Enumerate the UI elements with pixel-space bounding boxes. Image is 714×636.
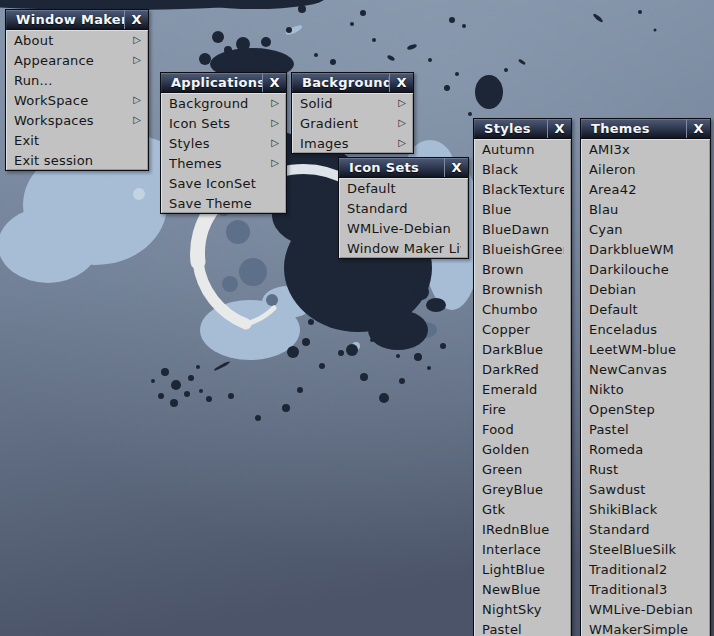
menu-item[interactable]: Themes▷ <box>161 153 286 173</box>
menu-item[interactable]: Background▷ <box>161 93 286 113</box>
menu-item[interactable]: Default <box>339 178 468 198</box>
menu-item[interactable]: BlackTexture <box>474 179 571 199</box>
menu-item[interactable]: About▷ <box>6 30 148 50</box>
menu-item[interactable]: WMakerSimple <box>581 619 710 636</box>
menu-item[interactable]: Chumbo <box>474 299 571 319</box>
menu-item[interactable]: Window Maker Live <box>339 238 468 258</box>
menu-item[interactable]: Autumn <box>474 139 571 159</box>
menu-item[interactable]: Styles▷ <box>161 133 286 153</box>
close-button[interactable]: X <box>124 10 148 29</box>
menu-item[interactable]: Workspaces▷ <box>6 110 148 130</box>
menu-item[interactable]: Pastel <box>474 619 571 636</box>
menu-item[interactable]: Gradient▷ <box>292 113 413 133</box>
menu-item[interactable]: DarkblueWM <box>581 239 710 259</box>
menu-item-label: Interlace <box>482 542 564 557</box>
menu-item-label: Solid <box>300 96 394 111</box>
submenu-arrow-icon: ▷ <box>133 95 141 105</box>
menu-item[interactable]: Debian <box>581 279 710 299</box>
menu-item[interactable]: BlueishGreen <box>474 239 571 259</box>
close-button[interactable]: X <box>262 73 286 92</box>
menu-item[interactable]: Exit <box>6 130 148 150</box>
menu-item[interactable]: Copper <box>474 319 571 339</box>
menu-item[interactable]: LightBlue <box>474 559 571 579</box>
titlebar-styles[interactable]: Styles X <box>473 118 572 139</box>
menu-item[interactable]: Standard <box>339 198 468 218</box>
menu-item[interactable]: Images▷ <box>292 133 413 153</box>
close-button[interactable]: X <box>444 158 468 177</box>
menu-item[interactable]: BlueDawn <box>474 219 571 239</box>
menu-item[interactable]: WMLive-Debian <box>339 218 468 238</box>
menu-item[interactable]: AMI3x <box>581 139 710 159</box>
menu-item[interactable]: Nikto <box>581 379 710 399</box>
menu-item[interactable]: NightSky <box>474 599 571 619</box>
menu-title: Applications <box>161 73 262 92</box>
close-button[interactable]: X <box>686 119 710 138</box>
menu-item[interactable]: Icon Sets▷ <box>161 113 286 133</box>
titlebar-applications[interactable]: Applications X <box>160 72 287 93</box>
submenu-arrow-icon: ▷ <box>271 138 279 148</box>
menu-item[interactable]: Run... <box>6 70 148 90</box>
submenu-arrow-icon: ▷ <box>271 98 279 108</box>
titlebar-icon-sets[interactable]: Icon Sets X <box>338 157 469 178</box>
menu-item[interactable]: DarkRed <box>474 359 571 379</box>
menu-item[interactable]: Rust <box>581 459 710 479</box>
menu-item[interactable]: GreyBlue <box>474 479 571 499</box>
menu-item[interactable]: Brownish <box>474 279 571 299</box>
menu-item[interactable]: Standard <box>581 519 710 539</box>
menu-item[interactable]: Aileron <box>581 159 710 179</box>
menu-item[interactable]: Appearance▷ <box>6 50 148 70</box>
menu-item-label: Brownish <box>482 282 564 297</box>
menu-item[interactable]: IRednBlue <box>474 519 571 539</box>
titlebar-background[interactable]: Background X <box>291 72 414 93</box>
menu-item[interactable]: DarkBlue <box>474 339 571 359</box>
menu-item-label: Pastel <box>589 422 703 437</box>
menu-item[interactable]: Pastel <box>581 419 710 439</box>
menu-item[interactable]: Black <box>474 159 571 179</box>
menu-item[interactable]: SteelBlueSilk <box>581 539 710 559</box>
menu-item[interactable]: Save IconSet <box>161 173 286 193</box>
close-button[interactable]: X <box>547 119 571 138</box>
menu-item[interactable]: Traditional3 <box>581 579 710 599</box>
menu-background: Background X Solid▷Gradient▷Images▷ <box>291 72 414 154</box>
menu-item[interactable]: Gtk <box>474 499 571 519</box>
menu-item[interactable]: Fire <box>474 399 571 419</box>
menu-item-label: Themes <box>169 156 267 171</box>
menu-item[interactable]: Save Theme <box>161 193 286 213</box>
menu-item[interactable]: Green <box>474 459 571 479</box>
menu-item[interactable]: Default <box>581 299 710 319</box>
menu-item[interactable]: Area42 <box>581 179 710 199</box>
menu-item-label: Cyan <box>589 222 703 237</box>
titlebar-window-maker[interactable]: Window Maker X <box>5 9 149 30</box>
menu-item[interactable]: Brown <box>474 259 571 279</box>
menu-item[interactable]: Traditional2 <box>581 559 710 579</box>
titlebar-themes[interactable]: Themes X <box>580 118 711 139</box>
menu-item[interactable]: Darkilouche <box>581 259 710 279</box>
menu-item[interactable]: Exit session <box>6 150 148 170</box>
menu-item[interactable]: Emerald <box>474 379 571 399</box>
menu-item-label: Green <box>482 462 564 477</box>
menu-item-label: NewCanvas <box>589 362 703 377</box>
menu-item[interactable]: Golden <box>474 439 571 459</box>
menu-item[interactable]: Blau <box>581 199 710 219</box>
menu-item-label: Black <box>482 162 564 177</box>
close-button[interactable]: X <box>389 73 413 92</box>
menu-item[interactable]: Sawdust <box>581 479 710 499</box>
menu-item[interactable]: Cyan <box>581 219 710 239</box>
menu-item[interactable]: Blue <box>474 199 571 219</box>
menu-item[interactable]: LeetWM-blue <box>581 339 710 359</box>
menu-item[interactable]: WMLive-Debian <box>581 599 710 619</box>
menu-item[interactable]: Interlace <box>474 539 571 559</box>
menu-item[interactable]: Romeda <box>581 439 710 459</box>
menu-item-label: Styles <box>169 136 267 151</box>
menu-item[interactable]: OpenStep <box>581 399 710 419</box>
menu-item[interactable]: Enceladus <box>581 319 710 339</box>
menu-item[interactable]: NewBlue <box>474 579 571 599</box>
menu-item[interactable]: ShikiBlack <box>581 499 710 519</box>
menu-item-label: WMakerSimple <box>589 622 703 636</box>
menu-item-list: About▷Appearance▷Run...WorkSpace▷Workspa… <box>5 30 149 171</box>
menu-item[interactable]: Food <box>474 419 571 439</box>
menu-item[interactable]: WorkSpace▷ <box>6 90 148 110</box>
menu-item[interactable]: Solid▷ <box>292 93 413 113</box>
menu-title: Styles <box>474 119 547 138</box>
menu-item[interactable]: NewCanvas <box>581 359 710 379</box>
